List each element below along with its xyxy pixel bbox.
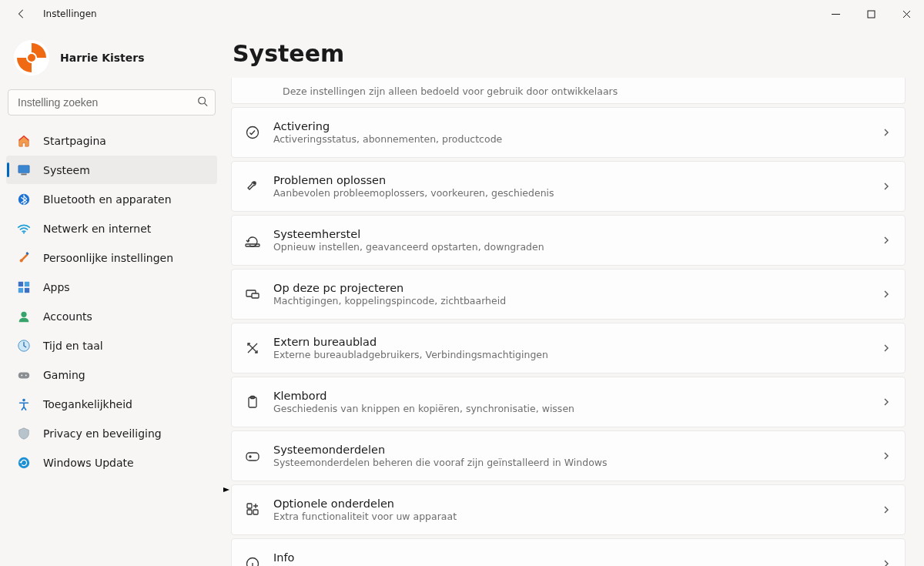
row-desc: Geschiedenis van knippen en kopiëren, sy…: [273, 403, 882, 414]
svg-rect-25: [246, 244, 259, 246]
search-box: [8, 89, 216, 116]
shield-icon: [17, 427, 31, 440]
row-desc: Machtigingen, koppelingspincode, zichtba…: [273, 295, 882, 306]
sidebar-item-home[interactable]: Startpagina: [6, 126, 217, 155]
check-circle-icon: [241, 124, 264, 141]
svg-point-19: [25, 374, 27, 376]
svg-rect-17: [18, 372, 29, 378]
sidebar-item-gaming[interactable]: Gaming: [6, 360, 217, 389]
gaming-icon: [17, 368, 31, 382]
sidebar-item-system[interactable]: Systeem: [6, 156, 217, 184]
svg-point-3: [28, 54, 35, 62]
search-icon: [197, 95, 208, 110]
row-troubleshoot[interactable]: Problemen oplossen Aanbevolen probleemop…: [231, 161, 906, 212]
row-activation[interactable]: Activering Activeringsstatus, abonnement…: [231, 107, 906, 158]
row-title: Systeemonderdelen: [273, 444, 882, 456]
row-recovery[interactable]: Systeemherstel Opnieuw instellen, geavan…: [231, 215, 906, 266]
svg-point-18: [21, 374, 22, 376]
system-icon: [17, 163, 31, 177]
sidebar-item-label: Startpagina: [43, 135, 106, 147]
sidebar-item-personalization[interactable]: Persoonlijke instellingen: [6, 243, 217, 272]
row-title: Problemen oplossen: [273, 174, 882, 186]
row-title: Activering: [273, 120, 882, 132]
apps-icon: [17, 280, 31, 294]
svg-marker-23: [223, 483, 229, 497]
svg-rect-0: [868, 11, 875, 18]
svg-rect-11: [18, 281, 23, 286]
maximize-button[interactable]: [853, 0, 889, 28]
sidebar-item-label: Accounts: [43, 310, 92, 323]
row-title: Info: [273, 551, 882, 564]
sidebar-item-accessibility[interactable]: Toegankelijkheid: [6, 390, 217, 418]
row-title: Optionele onderdelen: [273, 497, 882, 510]
clipboard-icon: [241, 394, 264, 410]
row-clipboard[interactable]: Klembord Geschiedenis van knippen en kop…: [231, 377, 906, 427]
update-icon: [17, 456, 31, 470]
row-developer-clipped[interactable]: Deze instellingen zijn alleen bedoeld vo…: [231, 78, 906, 104]
window-title: Instellingen: [43, 8, 97, 19]
main-content: Systeem Deze instellingen zijn alleen be…: [223, 28, 924, 566]
row-desc: Systeemonderdelen beheren die vooraf zij…: [273, 457, 882, 468]
sidebar: Harrie Kisters Startpagina Systeem Bluet…: [0, 28, 223, 566]
row-remote[interactable]: Extern bureaublad Externe bureaubladgebr…: [231, 323, 906, 373]
sidebar-item-network[interactable]: Netwerk en internet: [6, 214, 217, 243]
sidebar-item-label: Bluetooth en apparaten: [43, 193, 172, 206]
row-info[interactable]: Info Apparaatspecificaties, naam van pc …: [231, 538, 906, 566]
row-optional[interactable]: Optionele onderdelen Extra functionalite…: [231, 484, 906, 535]
sidebar-item-label: Netwerk en internet: [43, 223, 151, 235]
sidebar-item-apps[interactable]: Apps: [6, 273, 217, 301]
sidebar-item-label: Gaming: [43, 369, 85, 381]
row-desc: Aanbevolen probleemoplossers, voorkeuren…: [273, 187, 882, 199]
sidebar-item-time[interactable]: Tijd en taal: [6, 331, 217, 360]
chevron-right-icon: [882, 557, 891, 567]
recovery-icon: [241, 232, 264, 249]
sidebar-item-label: Systeem: [43, 164, 90, 176]
search-input[interactable]: [8, 89, 216, 116]
close-button[interactable]: [889, 0, 924, 28]
sidebar-item-label: Tijd en taal: [43, 340, 103, 352]
sidebar-item-label: Windows Update: [43, 457, 134, 469]
sidebar-item-accounts[interactable]: Accounts: [6, 302, 217, 330]
titlebar: Instellingen: [0, 0, 924, 28]
svg-point-20: [22, 398, 25, 401]
sidebar-item-label: Privacy en beveiliging: [43, 427, 162, 440]
person-icon: [17, 310, 31, 323]
svg-rect-30: [246, 453, 259, 461]
svg-rect-34: [247, 504, 252, 508]
avatar: [14, 40, 49, 75]
row-components[interactable]: Systeemonderdelen Systeemonderdelen behe…: [231, 430, 906, 481]
user-name: Harrie Kisters: [60, 52, 145, 64]
svg-rect-14: [25, 287, 29, 292]
minimize-button[interactable]: [818, 0, 853, 28]
row-title: Op deze pc projecteren: [273, 282, 882, 294]
svg-rect-12: [25, 281, 29, 286]
settings-list: Deze instellingen zijn alleen bedoeld vo…: [231, 78, 906, 566]
wifi-icon: [17, 222, 31, 236]
row-desc: Deze instellingen zijn alleen bedoeld vo…: [283, 85, 891, 97]
row-project[interactable]: Op deze pc projecteren Machtigingen, kop…: [231, 269, 906, 320]
svg-rect-7: [21, 173, 26, 175]
svg-point-21: [18, 457, 29, 467]
optional-icon: [241, 501, 264, 518]
back-button[interactable]: [15, 8, 28, 20]
remote-icon: [241, 340, 264, 357]
row-title: Klembord: [273, 390, 882, 402]
brush-icon: [17, 251, 31, 265]
row-title: Systeemherstel: [273, 228, 882, 240]
window-controls: [818, 0, 924, 28]
user-profile[interactable]: Harrie Kisters: [6, 35, 217, 89]
svg-point-4: [199, 97, 206, 104]
component-icon: [241, 447, 264, 464]
sidebar-item-update[interactable]: Windows Update: [6, 448, 217, 477]
home-icon: [17, 134, 31, 148]
sidebar-item-bluetooth[interactable]: Bluetooth en apparaten: [6, 185, 217, 213]
sidebar-item-privacy[interactable]: Privacy en beveiliging: [6, 419, 217, 447]
wrench-icon: [241, 178, 264, 195]
annotation-arrow: [223, 481, 229, 498]
svg-rect-33: [253, 510, 258, 514]
chevron-right-icon: [882, 287, 891, 302]
sidebar-item-label: Toegankelijkheid: [43, 398, 132, 410]
row-desc: Extra functionaliteit voor uw apparaat: [273, 511, 882, 522]
svg-point-31: [249, 456, 251, 457]
row-desc: Opnieuw instellen, geavanceerd opstarten…: [273, 241, 882, 253]
